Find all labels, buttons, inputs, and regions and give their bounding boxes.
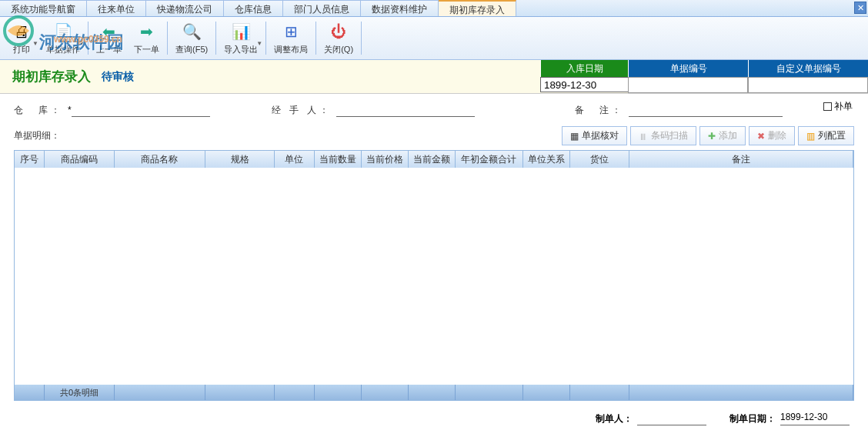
order-input[interactable] <box>628 77 748 93</box>
grid-body[interactable] <box>15 168 853 385</box>
column-header[interactable]: 当前金额 <box>409 151 456 168</box>
column-header[interactable]: 备注 <box>629 151 853 168</box>
check-icon: ▦ <box>570 131 579 142</box>
footer-cell: 共0条明细 <box>45 385 115 400</box>
maker-label: 制单人： <box>596 412 633 425</box>
detail-label: 单据明细： <box>14 129 60 142</box>
toolbar: 🖨 打印 ▼ 📄 单据操作 ▼ ⬅ 上一单 ➡ 下一单 🔍 查询(F5) 📊 导… <box>0 17 868 60</box>
footer-cell <box>205 385 275 400</box>
tab-warehouse[interactable]: 仓库信息 <box>224 0 283 16</box>
footer-cell <box>570 385 629 400</box>
add-button[interactable]: ✚添加 <box>699 126 746 145</box>
tab-express[interactable]: 快递物流公司 <box>146 0 224 16</box>
printer-icon: 🖨 <box>11 21 32 42</box>
footer-cell <box>523 385 570 400</box>
import-export-button[interactable]: 📊 导入导出 ▼ <box>218 18 264 58</box>
footer-cell <box>629 385 853 400</box>
config-button[interactable]: ▥列配置 <box>798 126 854 145</box>
next-button[interactable]: ➡ 下一单 <box>128 18 165 58</box>
footer-cell <box>409 385 456 400</box>
close-icon[interactable]: ✕ <box>854 2 866 14</box>
date-header: 入库日期 <box>540 60 628 77</box>
footer-cell <box>456 385 524 400</box>
data-grid: 序号商品编码商品名称规格单位当前数量当前价格当前金额年初金额合计单位关系货位备注… <box>14 150 854 401</box>
plus-icon: ✚ <box>708 131 716 142</box>
doc-ops-button[interactable]: 📄 单据操作 ▼ <box>40 18 86 58</box>
footer-cell <box>275 385 314 400</box>
tab-datamaint[interactable]: 数据资料维护 <box>361 0 439 16</box>
column-header[interactable]: 年初金额合计 <box>456 151 524 168</box>
warehouse-label: 仓 库： <box>14 104 63 117</box>
chevron-down-icon: ▼ <box>256 40 262 47</box>
chevron-down-icon: ▼ <box>32 40 38 47</box>
document-icon: 📄 <box>52 21 74 42</box>
column-header[interactable]: 当前价格 <box>362 151 409 168</box>
footer-cell <box>315 385 362 400</box>
x-icon: ✖ <box>757 131 765 142</box>
columns-icon: ▥ <box>806 131 815 142</box>
checkbox-icon <box>823 102 832 111</box>
tab-contacts[interactable]: 往来单位 <box>87 0 146 16</box>
footer-bar: 制单人： 制单日期： 1899-12-30 <box>0 404 868 433</box>
grid-icon: ⊞ <box>280 21 302 42</box>
column-header[interactable]: 单位 <box>275 151 314 168</box>
handler-input[interactable] <box>336 103 475 117</box>
column-header[interactable]: 当前数量 <box>315 151 362 168</box>
chevron-down-icon: ▼ <box>78 40 85 47</box>
tab-initstock[interactable]: 期初库存录入 <box>439 0 516 16</box>
search-button[interactable]: 🔍 查询(F5) <box>169 18 214 58</box>
tab-bar: 系统功能导航窗 往来单位 快递物流公司 仓库信息 部门人员信息 数据资料维护 期… <box>0 0 868 17</box>
arrow-left-icon: ⬅ <box>98 21 120 42</box>
tab-nav[interactable]: 系统功能导航窗 <box>0 0 87 16</box>
barcode-icon: ⫼ <box>639 131 648 142</box>
grid-footer: 共0条明细 <box>15 385 853 400</box>
date-field[interactable]: ▼ <box>540 77 628 92</box>
column-header[interactable]: 货位 <box>570 151 629 168</box>
column-header[interactable]: 商品编码 <box>45 151 115 168</box>
grid-header: 序号商品编码商品名称规格单位当前数量当前价格当前金额年初金额合计单位关系货位备注 <box>15 151 853 168</box>
footer-cell <box>115 385 205 400</box>
footer-cell <box>362 385 409 400</box>
column-header[interactable]: 规格 <box>205 151 275 168</box>
page-title: 期初库存录入 <box>12 68 91 85</box>
form-area: 补单 仓 库： * 经 手 人： 备 注： 单据明细： ▦单据核对 ⫼条码扫描 … <box>0 94 868 404</box>
arrow-right-icon: ➡ <box>136 21 158 42</box>
order-header: 单据编号 <box>628 60 748 77</box>
maker-value <box>637 412 706 425</box>
column-header[interactable]: 序号 <box>15 151 45 168</box>
footer-cell <box>15 385 45 400</box>
excel-icon: 📊 <box>230 21 252 42</box>
column-header[interactable]: 商品名称 <box>115 151 205 168</box>
remark-label: 备 注： <box>575 104 624 117</box>
custom-order-input[interactable] <box>748 77 868 93</box>
delete-button[interactable]: ✖删除 <box>749 126 795 145</box>
search-icon: 🔍 <box>181 21 202 42</box>
title-area: 期初库存录入 待审核 入库日期 ▼ 单据编号 自定义单据编号 <box>0 60 868 94</box>
warehouse-input[interactable] <box>72 103 210 117</box>
custom-header: 自定义单据编号 <box>748 60 868 77</box>
layout-button[interactable]: ⊞ 调整布局 <box>268 18 314 58</box>
remark-input[interactable] <box>629 103 783 117</box>
supplement-checkbox[interactable]: 补单 <box>823 100 853 113</box>
handler-label: 经 手 人： <box>272 104 332 117</box>
tab-staff[interactable]: 部门人员信息 <box>283 0 361 16</box>
check-button[interactable]: ▦单据核对 <box>562 126 627 145</box>
scan-button[interactable]: ⫼条码扫描 <box>630 126 696 145</box>
makedate-label: 制单日期： <box>729 412 776 425</box>
power-icon: ⏻ <box>328 21 349 42</box>
print-button[interactable]: 🖨 打印 ▼ <box>3 18 40 58</box>
prev-button[interactable]: ⬅ 上一单 <box>90 18 128 58</box>
column-header[interactable]: 单位关系 <box>523 151 570 168</box>
status-badge: 待审核 <box>102 70 134 84</box>
makedate-value: 1899-12-30 <box>780 412 850 425</box>
close-button[interactable]: ⏻ 关闭(Q) <box>318 18 359 58</box>
